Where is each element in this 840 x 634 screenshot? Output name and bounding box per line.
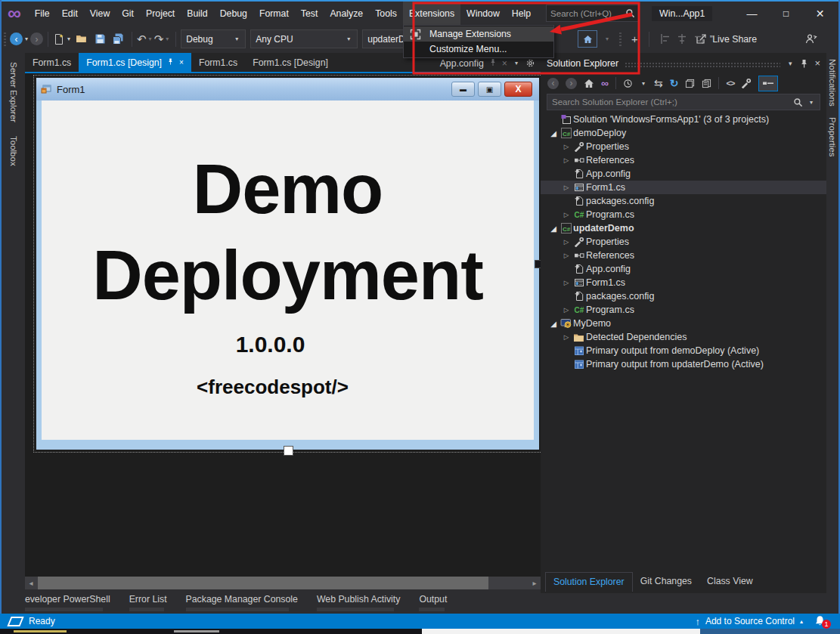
twist-collapsed-icon[interactable]: ▷ [561,279,572,286]
se-back-icon[interactable]: ‹ [547,78,559,89]
menu-git[interactable]: Git [116,2,140,25]
bottom-tab-package-manager-console[interactable]: Package Manager Console [186,594,298,611]
panel-drag-texture[interactable] [625,62,780,67]
design-form-client-area[interactable]: Demo Deployment 1.0.0.0 <freecodespot/> [36,101,539,450]
new-project-dropdown-icon[interactable]: ▾ [67,36,70,42]
menu-tools[interactable]: Tools [369,2,403,25]
panel-tab-solution-explorer[interactable]: Solution Explorer [545,572,633,592]
source-control-caret-icon[interactable]: ▴ [800,618,803,625]
tool-tab-notifications[interactable]: Notifications [828,59,837,107]
background-tasks-icon[interactable] [7,617,23,626]
view-code-icon[interactable]: <> [726,79,734,88]
doc-tab-form1-cs[interactable]: Form1.cs [25,53,79,72]
menu-project[interactable]: Project [140,2,181,25]
solution-explorer-header[interactable]: Solution Explorer ▾ × [541,53,826,73]
redo-dropdown-icon[interactable]: ▾ [166,36,169,42]
twist-collapsed-icon[interactable]: ▷ [561,143,572,150]
tree-item-properties[interactable]: ▷ Properties [541,140,826,153]
solution-name-button[interactable]: Win...App1 [652,6,712,21]
twist-expanded-icon[interactable]: ◢ [548,224,559,233]
tree-item-primary-output-from-demodeploy-active[interactable]: Primary output from demoDeploy (Active) [541,344,826,357]
save-all-icon[interactable] [112,33,124,45]
tree-item-mydemo[interactable]: ◢ MyDemo [541,317,826,330]
collapse-all-icon[interactable] [685,79,695,88]
snap-guides-icon[interactable]: + [631,33,638,45]
menu-build[interactable]: Build [181,2,213,25]
platform-combobox[interactable]: Any CPU ▾ [250,29,358,48]
sync-with-active-document-icon[interactable]: ⇆ [654,78,663,88]
tree-item-packages-config[interactable]: packages.config [541,289,826,303]
preview-close-icon[interactable]: × [502,58,507,69]
tree-item-solution-windowsformsapp1-3-of-3-project[interactable]: Solution 'WindowsFormsApp1' (3 of 3 proj… [541,113,826,126]
design-form[interactable]: Form1 ▬ ▣ X Demo Deployment 1.0.0.0 <fre… [36,78,539,450]
live-share-button[interactable]: Live Share [696,25,757,53]
tree-item-references[interactable]: ▷ References [541,153,826,167]
layout-toolbar-grip[interactable] [619,32,621,46]
configuration-combobox[interactable]: Debug ▾ [181,29,246,48]
bottom-tab-developer-powershell[interactable]: Developer PowerShell [18,594,110,611]
navigate-forward-icon[interactable]: › [30,32,43,45]
twist-collapsed-icon[interactable]: ▷ [561,252,572,259]
minimize-button[interactable]: — [735,3,769,24]
menu-edit[interactable]: Edit [56,2,84,25]
tree-item-primary-output-from-updaterdemo-active[interactable]: Primary output from updaterDemo (Active) [541,357,826,371]
scroll-left-icon[interactable]: ◂ [25,579,37,587]
menu-debug[interactable]: Debug [214,2,253,25]
quick-search-input[interactable]: Search (Ctrl+Q) [546,5,640,22]
redo-icon[interactable]: ↷ [154,33,164,45]
home-icon[interactable] [578,30,597,48]
pending-changes-filter-icon[interactable] [623,79,633,88]
save-icon[interactable] [95,33,106,45]
menu-analyze[interactable]: Analyze [324,2,369,25]
solution-search-input[interactable]: Search Solution Explorer (Ctrl+;) ▾ [547,94,820,110]
se-home-icon[interactable] [584,79,594,88]
menu-item-customize-menu[interactable]: Customize Menu... [404,42,553,57]
tree-item-packages-config[interactable]: packages.config [541,194,826,208]
brand-label[interactable]: <freecodespot/> [42,376,504,399]
tree-item-form1-cs[interactable]: ▷ Form1.cs [541,276,826,289]
document-well-options-gear-icon[interactable] [525,58,535,68]
tree-item-app-config[interactable]: App.config [541,262,826,276]
align-centers-icon[interactable] [677,34,687,44]
document-well-dropdown-icon[interactable]: ▾ [515,60,518,66]
tool-tab-server-explorer[interactable]: Server Explorer [9,62,18,122]
tree-item-properties[interactable]: ▷ Properties [541,235,826,249]
twist-collapsed-icon[interactable]: ▷ [561,238,572,246]
align-lefts-icon[interactable] [660,34,671,44]
tree-item-demodeploy[interactable]: ◢ C# demoDeploy [541,126,826,140]
menu-extensions[interactable]: Extensions [403,2,460,25]
scrollbar-thumb[interactable] [38,577,488,589]
design-form-maximize-button[interactable]: ▣ [478,82,501,97]
tree-item-updaterdemo[interactable]: ◢ C# updaterDemo [541,221,826,235]
close-panel-icon[interactable]: × [814,57,820,69]
twist-collapsed-icon[interactable]: ▷ [561,184,572,191]
menu-file[interactable]: File [29,2,56,25]
design-form-close-button[interactable]: X [504,82,532,97]
twist-expanded-icon[interactable]: ◢ [548,320,559,328]
design-form-minimize-button[interactable]: ▬ [451,82,475,97]
twist-collapsed-icon[interactable]: ▷ [561,211,572,218]
doc-tab-form1-cs[interactable]: Form1.cs [191,53,245,72]
search-options-caret-icon[interactable]: ▾ [810,99,813,106]
show-all-files-icon[interactable] [702,79,711,88]
panel-tab-class-view[interactable]: Class View [699,572,761,592]
undo-icon[interactable]: ↶ [137,33,147,45]
menu-item-manage-extensions[interactable]: Manage Extensions [404,26,553,42]
se-forward-icon[interactable]: › [566,78,577,89]
doc-tab-form1-cs-design-active[interactable]: Form1.cs [Design] × [79,53,191,72]
tab-pin-icon[interactable] [167,57,174,67]
preview-selected-items-icon[interactable] [758,76,778,91]
menu-format[interactable]: Format [253,2,295,25]
notifications-bell-button[interactable]: 1 [814,615,828,627]
twist-collapsed-icon[interactable]: ▷ [561,156,572,164]
forms-designer-surface[interactable]: Form1 ▬ ▣ X Demo Deployment 1.0.0.0 <fre… [25,73,541,577]
panel-tab-git-changes[interactable]: Git Changes [633,572,699,592]
home-dropdown-icon[interactable]: ▾ [606,36,609,42]
resize-handle-bottom[interactable] [284,446,293,456]
open-folder-icon[interactable] [76,33,88,45]
twist-collapsed-icon[interactable]: ▷ [561,306,572,314]
navigate-back-dropdown-icon[interactable]: ▾ [25,36,28,42]
feedback-button[interactable] [805,25,817,53]
design-form-titlebar[interactable]: Form1 ▬ ▣ X [36,78,539,101]
refresh-icon[interactable]: ↻ [670,78,679,88]
